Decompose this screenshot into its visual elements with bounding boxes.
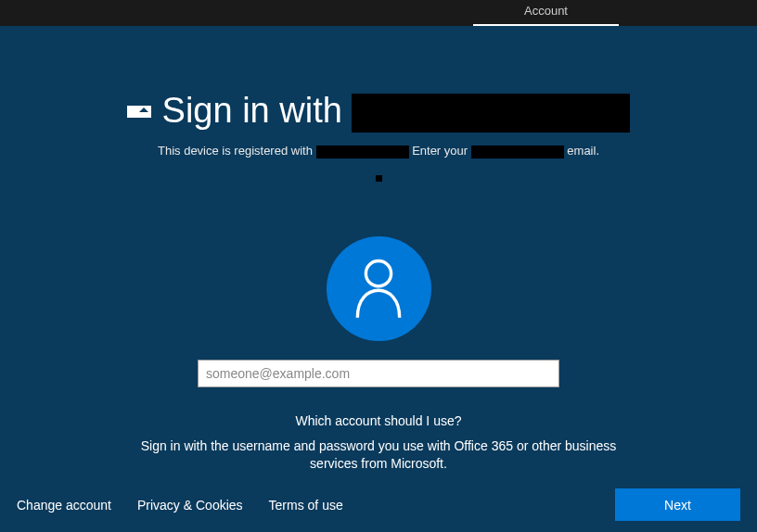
footer-links: Change account Privacy & Cookies Terms o… (17, 498, 343, 513)
terms-link[interactable]: Terms of use (269, 498, 343, 513)
redacted-domain-small (471, 146, 564, 158)
page-title: Sign in with (162, 91, 631, 133)
org-icon (127, 106, 151, 118)
change-account-link[interactable]: Change account (17, 498, 111, 513)
title-prefix: Sign in with (162, 91, 342, 130)
avatar (327, 236, 431, 341)
top-bar: Account (0, 0, 757, 26)
redacted-org-name (352, 94, 630, 133)
privacy-link[interactable]: Privacy & Cookies (137, 498, 243, 513)
page-title-row: Sign in with (0, 91, 757, 133)
subtitle-mid: Enter your (409, 144, 471, 158)
hint-text-2: Sign in with the username and password y… (0, 437, 757, 474)
email-field[interactable] (198, 360, 559, 387)
footer: Change account Privacy & Cookies Terms o… (0, 488, 757, 521)
svg-point-0 (366, 261, 391, 286)
subtitle-prefix: This device is registered with (158, 144, 313, 158)
person-icon (352, 257, 405, 320)
subtitle-suffix: email. (564, 144, 599, 158)
hint-text: Which account should I use? (0, 413, 757, 428)
redacted-org-small (316, 146, 409, 158)
redacted-dot (0, 158, 757, 185)
next-button[interactable]: Next (615, 488, 740, 521)
tab-account[interactable]: Account (473, 0, 619, 26)
main-panel: Sign in with This device is registered w… (0, 26, 757, 474)
page-subtitle: This device is registered with Enter you… (0, 144, 757, 158)
